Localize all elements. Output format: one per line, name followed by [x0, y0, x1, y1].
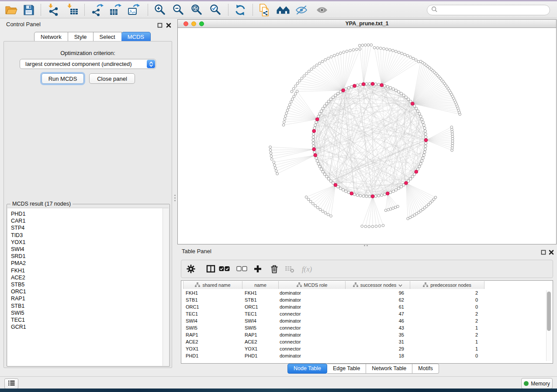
column-header-shared-name[interactable]: shared name [183, 281, 242, 289]
mcds-result-item[interactable]: TID3 [11, 232, 169, 239]
table-row[interactable]: PHD1PHD1dominator180 [181, 352, 545, 359]
table-scrollbar-thumb[interactable] [547, 292, 551, 331]
cell: FKH1 [181, 290, 241, 296]
mcds-result-item[interactable]: GCR1 [11, 323, 169, 330]
tab-edge-table[interactable]: Edge Table [327, 364, 366, 374]
cell: 29 [344, 346, 408, 351]
select-stepper-icon [147, 60, 155, 68]
mcds-result-list[interactable]: PHD1CAR1STP4TID3YOX1SWI4SRD1PMA2FKH1ACE2… [7, 208, 169, 366]
table-settings-icon[interactable] [185, 263, 197, 275]
open-file-icon[interactable] [3, 3, 18, 17]
mcds-result-item[interactable]: RAP1 [11, 295, 169, 302]
network-title: YPA_prune.txt_1 [178, 21, 556, 27]
column-header-successor-nodes[interactable]: successor nodes [346, 281, 410, 289]
show-all-icon[interactable] [315, 3, 329, 17]
mcds-result-item[interactable]: ORC1 [11, 288, 169, 295]
select-all-icon[interactable] [218, 263, 231, 275]
horizontal-splitter-grip[interactable] [367, 245, 368, 246]
mcds-result-title: MCDS result (17 nodes) [10, 201, 73, 207]
mcds-result-group: MCDS result (17 nodes) PHD1CAR1STP4TID3Y… [7, 204, 170, 367]
mcds-result-item[interactable]: SRD1 [11, 253, 169, 260]
duplicate-network-icon[interactable] [257, 3, 272, 17]
mcds-result-item[interactable]: FKH1 [11, 267, 169, 274]
column-header-predecessor-nodes[interactable]: predecessor nodes [410, 281, 484, 289]
save-session-icon[interactable] [21, 3, 36, 17]
zoom-fit-icon[interactable] [189, 3, 204, 17]
table-row[interactable]: ORC1ORC1dominator610 [181, 303, 545, 310]
optimization-criterion-select[interactable]: largest connected component (undirected) [20, 59, 156, 69]
zoom-selected-icon[interactable] [208, 3, 223, 17]
zoom-in-icon[interactable] [152, 3, 167, 17]
zoom-out-icon[interactable] [171, 3, 186, 17]
table-row[interactable]: YOX1YOX1connector291 [181, 345, 545, 352]
mcds-result-item[interactable]: ACE2 [11, 274, 169, 281]
mcds-result-item[interactable]: STB5 [11, 281, 169, 288]
svg-text:f(x): f(x) [302, 265, 312, 273]
import-network-icon[interactable] [46, 3, 61, 17]
import-table-icon[interactable] [65, 3, 80, 17]
cell: STB1 [241, 297, 277, 303]
cell: 47 [344, 311, 408, 316]
memory-button[interactable]: Memory [521, 378, 553, 389]
cell: SWI4 [181, 318, 241, 323]
mcds-result-item[interactable]: TEC1 [11, 316, 169, 323]
cell: 35 [344, 332, 408, 337]
column-header-name[interactable]: name [242, 281, 279, 289]
toolbar-separator [228, 4, 228, 16]
close-table-panel-icon[interactable] [549, 249, 555, 254]
mcds-result-item[interactable]: PMA2 [11, 260, 169, 267]
cell: PHD1 [181, 353, 241, 358]
table-row[interactable]: TEC1TEC1connector472 [181, 310, 545, 317]
refresh-layout-icon[interactable] [233, 3, 248, 17]
column-header-MCDS-role[interactable]: MCDS role [279, 281, 346, 289]
export-table-icon[interactable] [108, 3, 123, 17]
table-row[interactable]: STB1STB1dominator620 [181, 296, 545, 303]
tab-network-table[interactable]: Network Table [366, 364, 412, 374]
network-graph-canvas[interactable] [178, 28, 556, 244]
desktop-wallpaper [0, 389, 557, 392]
horizontal-splitter-grip[interactable] [364, 245, 365, 246]
cell: 0 [408, 304, 483, 309]
close-panel-icon[interactable] [166, 22, 172, 28]
tab-node-table[interactable]: Node Table [287, 364, 327, 374]
cell: 2 [408, 318, 483, 323]
table-row[interactable]: FKH1FKH1dominator962 [181, 289, 545, 296]
cell: YOX1 [181, 346, 241, 351]
mcds-result-item[interactable]: SWI5 [11, 309, 169, 316]
close-panel-button[interactable]: Close panel [89, 73, 135, 84]
cell: connector [277, 325, 344, 330]
add-column-icon[interactable] [252, 263, 264, 275]
hide-selected-icon[interactable] [294, 3, 309, 17]
table-row[interactable]: RAP1RAP1dominator352 [181, 331, 545, 338]
mcds-result-item[interactable]: SWI4 [11, 246, 169, 253]
cell: FKH1 [241, 290, 277, 296]
list-scrollbar[interactable] [163, 208, 169, 366]
delete-column-icon[interactable] [268, 263, 280, 275]
first-neighbors-icon[interactable] [276, 3, 291, 17]
run-mcds-button[interactable]: Run MCDS [42, 73, 84, 84]
search-input[interactable] [427, 5, 550, 15]
table-row[interactable]: SWI5SWI5connector431 [181, 324, 545, 331]
float-table-panel-icon[interactable] [541, 249, 547, 254]
mcds-result-item[interactable]: STP4 [11, 224, 169, 231]
network-frame-titlebar[interactable]: YPA_prune.txt_1 [178, 20, 556, 28]
cell: 61 [344, 304, 408, 309]
network-view-frame: YPA_prune.txt_1 [177, 19, 557, 244]
vertical-splitter-grip[interactable] [174, 195, 176, 196]
tab-motifs[interactable]: Motifs [412, 364, 439, 374]
column-layout-icon[interactable] [205, 263, 217, 275]
task-history-button[interactable] [4, 378, 18, 389]
table-row[interactable]: ACE2ACE2connector311 [181, 338, 545, 345]
mcds-result-item[interactable]: CAR1 [11, 217, 169, 224]
mcds-result-item[interactable]: PHD1 [11, 210, 169, 217]
mcds-result-item[interactable]: YOX1 [11, 239, 169, 246]
vertical-splitter-grip[interactable] [174, 200, 176, 201]
export-network-icon[interactable] [90, 3, 105, 17]
deselect-all-icon[interactable] [236, 263, 248, 275]
float-panel-icon[interactable] [157, 22, 163, 28]
vertical-splitter-grip[interactable] [174, 197, 176, 199]
optimization-criterion-label: Optimization criterion: [4, 50, 172, 56]
mcds-result-item[interactable]: STB1 [11, 303, 169, 309]
table-row[interactable]: SWI4SWI4dominator462 [181, 317, 545, 324]
export-image-icon[interactable] [126, 3, 141, 17]
